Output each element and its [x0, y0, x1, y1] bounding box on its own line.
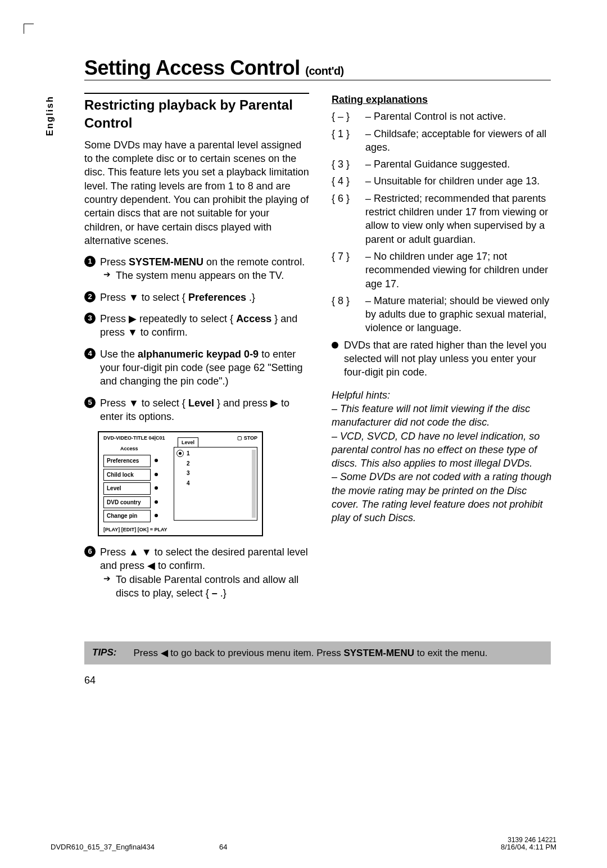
step-number-icon: 5	[84, 397, 96, 408]
step-5: 5 Press ▼ to select { Level } and press …	[84, 396, 309, 424]
step-1-result: The system menu appears on the TV.	[100, 269, 309, 282]
page-number: 64	[84, 675, 556, 686]
footer-page: 64	[219, 843, 227, 851]
osd-footer: [PLAY] [EDIT] [OK] = PLAY	[99, 524, 262, 535]
intro-paragraph: Some DVDs may have a parental level assi…	[84, 138, 309, 247]
osd-option: 2	[174, 459, 257, 469]
step-6: 6 Press ▲ ▼ to select the desired parent…	[84, 545, 309, 600]
page-title: Setting Access Control (cont'd)	[84, 56, 344, 79]
step-number-icon: 3	[84, 313, 96, 324]
footer-date: 8/16/04, 4:11 PM	[501, 843, 556, 851]
language-tab: English	[45, 96, 55, 136]
osd-item-changepin: Change pin	[103, 510, 151, 522]
step-1: 1 Press SYSTEM-MENU on the remote contro…	[84, 255, 309, 283]
step-3: 3 Press ▶ repeatedly to select { Access …	[84, 312, 309, 340]
osd-item-country: DVD country	[103, 496, 151, 509]
osd-title: DVD-VIDEO-TITLE 04|C01	[103, 435, 165, 441]
footer-file: DVDR610_615_37_Engfinal434	[51, 843, 155, 851]
rating-row: { 6 }– Restricted; recommended that pare…	[332, 192, 556, 246]
manual-page: English Setting Access Control (cont'd) …	[0, 0, 607, 868]
osd-option: 3	[174, 468, 257, 478]
title-contd: (cont'd)	[305, 65, 344, 77]
left-column: Restricting playback by Parental Control…	[84, 93, 309, 608]
hints-body: – This feature will not limit viewing if…	[332, 402, 556, 525]
osd-stop: ▢ STOP	[237, 435, 257, 441]
step-2: 2 Press ▼ to select { Preferences .}	[84, 291, 309, 304]
footer: DVDR610_615_37_Engfinal434 64 8/16/04, 4…	[51, 843, 556, 851]
hints-heading: Helpful hints:	[332, 388, 556, 402]
step-number-icon: 6	[84, 546, 96, 557]
title-main: Setting Access Control	[84, 56, 305, 79]
osd-menu: Access Preferences Child lock Level DVD …	[99, 444, 164, 524]
step-4: 4 Use the alphanumeric keypad 0-9 to ent…	[84, 347, 309, 388]
footer-code: 3139 246 14221	[508, 836, 556, 844]
tips-text: Press ◀ to go back to previous menu item…	[133, 647, 487, 659]
rating-row: { 7 }– No children under age 17; not rec…	[332, 250, 556, 291]
step-number-icon: 4	[84, 348, 96, 359]
osd-body: Access Preferences Child lock Level DVD …	[99, 444, 262, 524]
osd-item-level: Level	[103, 482, 151, 495]
osd-item-preferences: Preferences	[103, 455, 151, 467]
rating-row: { 3 }– Parental Guidance suggested.	[332, 157, 556, 171]
step-number-icon: 2	[84, 291, 96, 302]
osd-option: 4	[174, 478, 257, 489]
osd-scrollbar	[252, 450, 256, 518]
columns: Restricting playback by Parental Control…	[84, 93, 556, 608]
osd-access-label: Access	[103, 445, 161, 453]
right-column: Rating explanations { – }– Parental Cont…	[332, 93, 556, 608]
osd-level-panel: Level 1 2 3 4	[174, 447, 257, 521]
tips-label: TIPS:	[92, 647, 116, 659]
rating-row: { 4 }– Unsuitable for children under age…	[332, 174, 556, 188]
rating-row: { – }– Parental Control is not active.	[332, 110, 556, 123]
step-number-icon: 1	[84, 256, 96, 267]
osd-item-childlock: Child lock	[103, 469, 151, 481]
osd-screenshot: DVD-VIDEO-TITLE 04|C01 ▢ STOP Access Pre…	[98, 431, 263, 536]
tips-bar: TIPS: Press ◀ to go back to previous men…	[84, 641, 551, 664]
section-subtitle: Restricting playback by Parental Control	[84, 93, 309, 133]
rating-note: DVDs that are rated higher than the leve…	[332, 338, 556, 379]
step-6-result: To disable Parental controls and allow a…	[100, 573, 309, 600]
osd-option: 1	[174, 449, 257, 459]
rating-row: { 8 }– Mature material; should be viewed…	[332, 294, 556, 335]
ratings-heading: Rating explanations	[332, 93, 556, 106]
rating-row: { 1 }– Childsafe; acceptable for viewers…	[332, 127, 556, 155]
osd-panel-label: Level	[178, 437, 198, 447]
ratings-list: { – }– Parental Control is not active. {…	[332, 110, 556, 334]
page-title-wrap: Setting Access Control (cont'd)	[84, 56, 551, 80]
